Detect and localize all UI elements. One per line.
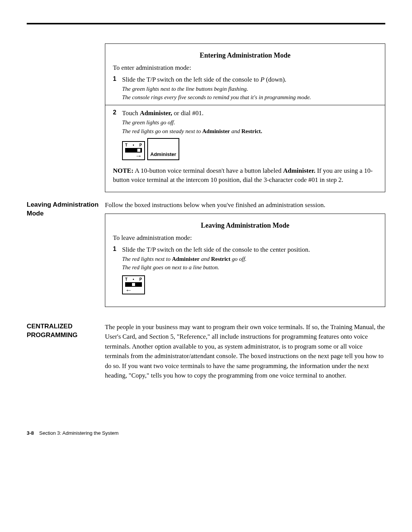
tp-switch-down-icon: T • P → [122,141,145,160]
sub1-c: and [200,256,211,262]
page: Entering Administration Mode To enter ad… [0,0,412,451]
step1-text-b: (down). [264,76,286,83]
step1-sub1: The green lights next to the line button… [122,85,377,93]
switch-dot: • [133,143,134,147]
administer-button-icon: Administer [147,138,179,160]
step-number: 2 [113,109,122,160]
page-number: 3-8 [27,430,34,436]
centralized-para: The people in your business may want to … [105,322,385,381]
top-rule [27,23,385,24]
step1-sub2: The console rings every five seconds to … [122,93,377,101]
arrow-right-icon: → [125,153,142,159]
step2-sub2-d: Restrict. [241,128,262,134]
row-leaving-heading: Leaving Administration Mode Follow the b… [27,201,385,307]
leave-step1-sub2: The red light goes on next to a line but… [122,264,377,271]
leave-step1-sub1: The red lights next to Administer and Re… [122,255,377,263]
step-body: Slide the T/P switch on the left side of… [122,246,377,295]
centralized-col: The people in your business may want to … [105,322,385,384]
note-a: A 10-button voice terminal doesn't have … [134,167,283,174]
step2-text-a: Touch [122,109,140,117]
row-entering-box: Entering Administration Mode To enter ad… [27,43,385,192]
entering-title: Entering Administration Mode [113,51,377,59]
note-b: Administer. [283,167,315,174]
sidebar-centralized: CENTRALIZED PROGRAMMING [27,322,105,340]
switch-p: P [139,143,142,147]
box1-divider [105,105,385,105]
entering-note: NOTE: A 10-button voice terminal doesn't… [113,166,377,185]
leaving-title: Leaving Administration Mode [113,222,377,230]
sub1-d: Restrict [211,256,230,262]
switch-t: T [125,143,127,147]
leaving-step-1: 1 Slide the T/P switch on the left side … [113,246,377,295]
leaving-admin-box: Leaving Administration Mode To leave adm… [105,214,385,307]
step2-sub2-a: The red lights go on steady next to [122,128,202,134]
switch-knob [137,149,140,152]
step2-sub2-b: Administer [202,128,230,134]
tp-labels: T • P [125,143,142,147]
entering-step-1: 1 Slide the T/P switch on the left side … [113,76,377,101]
switch-t: T [125,278,127,281]
leaving-intro: To leave administration mode: [113,234,377,242]
step2-text-b: Administer, [140,109,172,117]
leaving-para-col: Follow the boxed instructions below when… [105,201,385,307]
sub1-a: The red lights next to [122,256,172,262]
entering-step-2: 2 Touch Administer, or dial #01. The gre… [113,109,377,160]
step2-text-c: or dial #01. [172,109,203,117]
switch-p: P [139,278,142,281]
step-number: 1 [113,76,122,101]
row-centralized: CENTRALIZED PROGRAMMING The people in yo… [27,322,385,384]
centralized-heading: CENTRALIZED PROGRAMMING [27,322,99,340]
note-label: NOTE: [113,167,134,174]
step1-p: P [261,76,264,83]
entering-intro: To enter administration mode: [113,64,377,72]
switch-knob [132,283,135,286]
leaving-heading: Leaving Administration Mode [27,201,99,218]
entering-box-col: Entering Administration Mode To enter ad… [105,43,385,192]
switch-track [125,282,142,287]
arrow-left-icon: ← [125,288,142,293]
admin-key-label: Administer [150,151,176,158]
leaving-para: Follow the boxed instructions below when… [105,201,385,210]
tp-labels: T • P [125,278,142,281]
step-body: Slide the T/P switch on the left side of… [122,76,377,101]
footer-section: Section 3: Administering the System [39,430,119,436]
step2-sub2: The red lights go on steady next to Admi… [122,127,377,135]
switch-track [125,148,142,153]
step2-sub1: The green lights go off. [122,119,377,126]
step-body: Touch Administer, or dial #01. The green… [122,109,377,160]
leave-step1-main: Slide the T/P switch on the left side of… [122,246,310,253]
sidebar-leaving: Leaving Administration Mode [27,201,105,218]
sub1-b: Administer [172,256,200,262]
sub1-e: go off. [230,256,246,262]
switch-dot: • [133,278,134,281]
tp-switch-center-icon: T • P ← [122,275,145,294]
step2-diagrams: T • P → Administer [122,138,377,160]
page-footer: 3-8Section 3: Administering the System [27,430,385,436]
step-number: 1 [113,246,122,295]
step2-sub2-c: and [230,128,241,134]
entering-admin-box: Entering Administration Mode To enter ad… [105,43,385,192]
step1-text-a: Slide the T/P switch on the left side of… [122,76,261,83]
